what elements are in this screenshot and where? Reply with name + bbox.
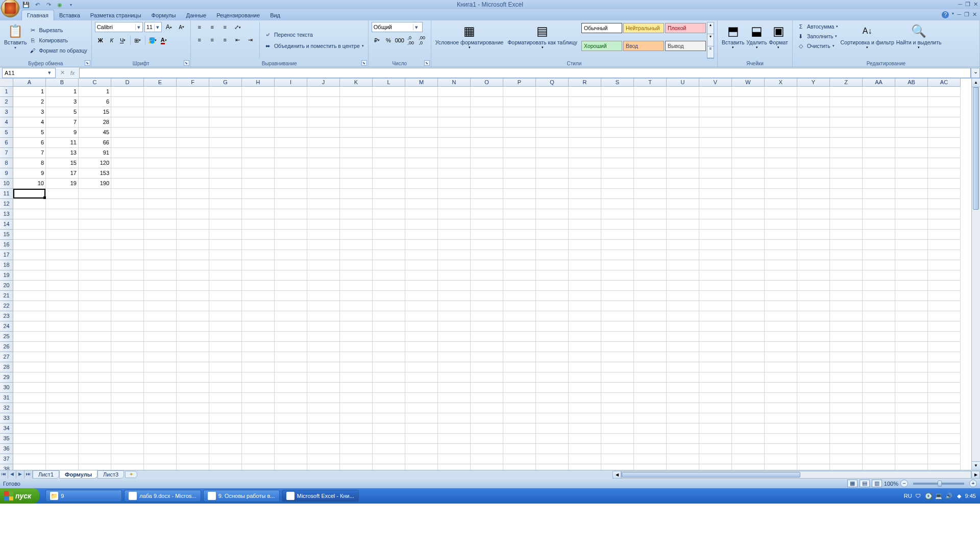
cell-V21[interactable] [699, 291, 732, 301]
cell-M24[interactable] [405, 321, 438, 332]
page-break-view-icon[interactable]: ▥ [872, 480, 882, 487]
cell-Y14[interactable] [797, 219, 830, 230]
cell-N15[interactable] [438, 230, 471, 240]
cell-N2[interactable] [438, 97, 471, 107]
cell-G1[interactable] [209, 87, 242, 97]
cell-H15[interactable] [242, 230, 275, 240]
cell-F36[interactable] [177, 444, 209, 454]
cell-Z36[interactable] [830, 444, 863, 454]
cell-AC29[interactable] [928, 372, 961, 383]
cell-M15[interactable] [405, 230, 438, 240]
cell-L32[interactable] [373, 403, 405, 413]
cell-R7[interactable] [569, 148, 601, 158]
cell-AC8[interactable] [928, 158, 961, 168]
cell-B38[interactable] [46, 464, 79, 470]
cell-Z10[interactable] [830, 179, 863, 189]
cell-T30[interactable] [634, 383, 667, 393]
cell-E15[interactable] [144, 230, 177, 240]
cell-K7[interactable] [340, 148, 373, 158]
cell-R13[interactable] [569, 209, 601, 219]
cell-Y5[interactable] [797, 128, 830, 138]
cell-T17[interactable] [634, 250, 667, 260]
cell-O6[interactable] [471, 138, 503, 148]
scroll-down-icon[interactable]: ▼ [972, 461, 980, 470]
style-good[interactable]: Хороший [581, 41, 622, 51]
cell-E9[interactable] [144, 168, 177, 179]
cell-AA14[interactable] [863, 219, 895, 230]
clipboard-dialog-launcher[interactable]: ⬊ [85, 60, 90, 66]
insert-cells-button[interactable]: ⬒Вставить▾ [721, 22, 746, 59]
cell-D3[interactable] [111, 107, 144, 117]
cell-L21[interactable] [373, 291, 405, 301]
cell-C3[interactable]: 15 [79, 107, 111, 117]
cell-I37[interactable] [275, 454, 307, 464]
cell-V32[interactable] [699, 403, 732, 413]
cell-W36[interactable] [732, 444, 765, 454]
cell-U11[interactable] [667, 189, 699, 199]
row-header-35[interactable]: 35 [0, 434, 13, 444]
cell-L11[interactable] [373, 189, 405, 199]
cell-R15[interactable] [569, 230, 601, 240]
cell-Y13[interactable] [797, 209, 830, 219]
cell-P24[interactable] [503, 321, 536, 332]
merge-center-button[interactable]: ⬌Объединить и поместить в центре ▾ [263, 41, 365, 51]
cell-K18[interactable] [340, 260, 373, 270]
cell-W15[interactable] [732, 230, 765, 240]
cell-AA34[interactable] [863, 423, 895, 434]
cell-Y7[interactable] [797, 148, 830, 158]
row-header-21[interactable]: 21 [0, 291, 13, 301]
cell-R1[interactable] [569, 87, 601, 97]
cell-S24[interactable] [601, 321, 634, 332]
cell-AB16[interactable] [895, 240, 928, 250]
cell-V7[interactable] [699, 148, 732, 158]
cell-O35[interactable] [471, 434, 503, 444]
cell-G12[interactable] [209, 199, 242, 209]
col-header-U[interactable]: U [667, 79, 699, 87]
cell-R18[interactable] [569, 260, 601, 270]
cell-W32[interactable] [732, 403, 765, 413]
grow-font-icon[interactable]: A▴ [164, 22, 174, 32]
col-header-AB[interactable]: AB [895, 79, 928, 87]
cell-G16[interactable] [209, 240, 242, 250]
tab-главная[interactable]: Главная [21, 10, 54, 20]
row-header-36[interactable]: 36 [0, 444, 13, 454]
cell-B3[interactable]: 5 [46, 107, 79, 117]
cell-P37[interactable] [503, 454, 536, 464]
cell-H2[interactable] [242, 97, 275, 107]
cell-J22[interactable] [307, 301, 340, 311]
cell-E36[interactable] [144, 444, 177, 454]
row-header-37[interactable]: 37 [0, 454, 13, 464]
cell-M20[interactable] [405, 281, 438, 291]
cell-AA5[interactable] [863, 128, 895, 138]
cell-T28[interactable] [634, 362, 667, 372]
cell-AA29[interactable] [863, 372, 895, 383]
cell-H3[interactable] [242, 107, 275, 117]
sheet-tab-Лист3[interactable]: Лист3 [97, 470, 124, 479]
cell-M14[interactable] [405, 219, 438, 230]
cell-AC32[interactable] [928, 403, 961, 413]
cell-A34[interactable] [13, 423, 46, 434]
cell-N33[interactable] [438, 413, 471, 423]
cell-AB25[interactable] [895, 332, 928, 342]
cell-C9[interactable]: 153 [79, 168, 111, 179]
cell-K34[interactable] [340, 423, 373, 434]
cell-C33[interactable] [79, 413, 111, 423]
cell-T13[interactable] [634, 209, 667, 219]
cell-H34[interactable] [242, 423, 275, 434]
cell-A20[interactable] [13, 281, 46, 291]
cell-E23[interactable] [144, 311, 177, 321]
cell-L5[interactable] [373, 128, 405, 138]
cell-A3[interactable]: 3 [13, 107, 46, 117]
cell-A30[interactable] [13, 383, 46, 393]
cell-I29[interactable] [275, 372, 307, 383]
borders-button[interactable]: ⊞▾ [133, 35, 143, 45]
cell-O5[interactable] [471, 128, 503, 138]
horizontal-scrollbar[interactable] [621, 471, 971, 479]
cell-P6[interactable] [503, 138, 536, 148]
row-header-17[interactable]: 17 [0, 250, 13, 260]
cell-Q26[interactable] [536, 342, 569, 352]
cell-C14[interactable] [79, 219, 111, 230]
cell-F33[interactable] [177, 413, 209, 423]
cell-X3[interactable] [765, 107, 797, 117]
cell-H25[interactable] [242, 332, 275, 342]
